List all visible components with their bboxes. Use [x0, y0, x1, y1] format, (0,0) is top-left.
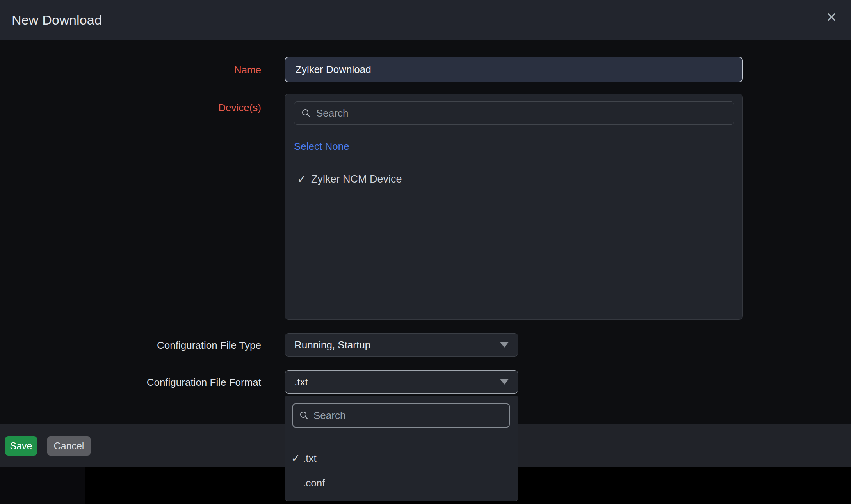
file-format-select[interactable]: .txt	[285, 370, 518, 394]
file-format-value: .txt	[294, 376, 500, 388]
device-search-input[interactable]	[315, 107, 727, 120]
search-icon	[301, 108, 311, 118]
dropdown-search-box[interactable]	[292, 403, 510, 428]
chevron-down-icon	[500, 379, 509, 385]
check-icon: ✓	[295, 173, 309, 186]
check-icon: ✓	[291, 452, 303, 465]
modal-title: New Download	[12, 12, 102, 28]
device-list-item[interactable]: ✓ Zylker NCM Device	[285, 168, 742, 190]
name-label: Name	[234, 64, 261, 76]
cancel-button[interactable]: Cancel	[47, 436, 91, 456]
search-icon	[299, 411, 309, 420]
option-label: .conf	[303, 477, 325, 489]
text-cursor	[322, 408, 322, 423]
dropdown-option-conf[interactable]: .conf	[285, 472, 518, 494]
option-label: .txt	[303, 453, 317, 465]
file-format-dropdown: ✓ .txt .conf	[285, 396, 518, 501]
file-type-label: Configuration File Type	[157, 339, 261, 351]
name-input[interactable]	[285, 57, 743, 82]
device-picker-panel: Select None ✓ Zylker NCM Device	[285, 94, 743, 320]
new-download-modal: New Download ✕ Name Device(s) Select Non…	[0, 0, 851, 504]
file-type-value: Running, Startup	[294, 339, 500, 351]
background-page-strip	[0, 467, 85, 504]
device-search-box[interactable]	[294, 101, 734, 125]
select-none-link[interactable]: Select None	[294, 140, 349, 153]
chevron-down-icon	[500, 342, 509, 348]
device-item-label: Zylker NCM Device	[311, 173, 402, 185]
file-type-select[interactable]: Running, Startup	[285, 333, 518, 357]
device-picker-header: Select None	[285, 94, 742, 157]
divider	[285, 435, 518, 435]
dropdown-option-txt[interactable]: ✓ .txt	[285, 447, 518, 469]
file-format-label: Configuration File Format	[147, 376, 261, 389]
devices-label: Device(s)	[218, 101, 261, 114]
dropdown-search-input[interactable]	[313, 409, 503, 422]
save-button[interactable]: Save	[5, 436, 37, 456]
modal-header: New Download ✕	[0, 0, 851, 40]
close-icon[interactable]: ✕	[823, 9, 840, 26]
